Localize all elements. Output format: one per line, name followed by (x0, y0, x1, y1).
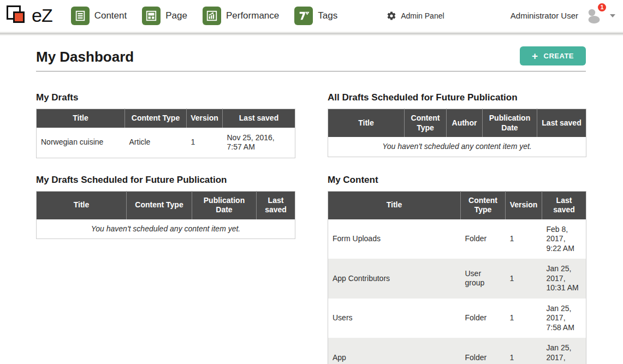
nav-label-page: Page (165, 10, 187, 21)
cell-version: 1 (506, 219, 542, 259)
nav-item-content[interactable]: Content (71, 7, 127, 25)
column-header-publication-date: Publication Date (192, 191, 257, 219)
page-header: My Dashboard + CREATE (36, 49, 586, 71)
ez-logo-icon (5, 4, 29, 27)
section-my-content: My Content Title Content Type Version La… (328, 175, 586, 364)
column-header-last-saved: Last saved (542, 191, 586, 219)
section-all-drafts-scheduled: All Drafts Scheduled for Future Publicat… (328, 92, 586, 157)
tags-icon (294, 7, 313, 25)
cell-last-saved: Jan 25, 2017, 7:58 AM (542, 299, 586, 338)
column-header-last-saved: Last saved (223, 109, 295, 128)
ez-logo[interactable]: eZ (5, 4, 52, 27)
section-title-my-drafts: My Drafts (36, 92, 295, 103)
avatar[interactable]: 1 (584, 7, 603, 25)
table-row[interactable]: Users Folder 1 Jan 25, 2017, 7:58 AM (328, 299, 586, 338)
column-header-title: Title (37, 191, 127, 219)
nav-item-performance[interactable]: Performance (203, 7, 279, 25)
cell-last-saved: Jan 25, 2017, 7:55 AM (542, 338, 586, 364)
column-header-title: Title (328, 191, 461, 219)
user-name: Administrator User (511, 11, 578, 20)
cell-title: App Contributors (328, 259, 461, 299)
dashboard-grid: My Drafts Title Content Type Version Las… (36, 92, 586, 364)
column-header-content-type: Content Type (127, 191, 192, 219)
page-title: My Dashboard (36, 49, 134, 65)
nav-item-page[interactable]: Page (142, 7, 187, 25)
chevron-down-icon[interactable] (610, 14, 615, 17)
table-row[interactable]: Form Uploads Folder 1 Feb 8, 2017, 9:22 … (328, 219, 586, 259)
empty-state-message: You haven't scheduled any content item y… (37, 219, 295, 239)
table-row[interactable]: App Contributors User group 1 Jan 25, 20… (328, 259, 586, 299)
plus-icon: + (532, 52, 538, 59)
column-header-content-type: Content Type (125, 109, 187, 128)
user-menu[interactable]: Administrator User 1 (511, 7, 615, 25)
table-header-row: Title Content Type Version Last saved (37, 109, 295, 128)
page-layout-icon (142, 7, 161, 25)
column-header-title: Title (328, 109, 405, 138)
section-title-my-content: My Content (328, 175, 586, 186)
cell-content-type: Folder (461, 338, 506, 364)
cell-title: Users (328, 299, 461, 338)
admin-panel-label: Admin Panel (401, 11, 444, 20)
table-header-row: Title Content Type Author Publication Da… (328, 109, 586, 138)
cell-last-saved: Jan 25, 2017, 10:31 AM (542, 259, 586, 299)
my-drafts-scheduled-table: Title Content Type Publication Date Last… (36, 191, 295, 240)
cell-version: 1 (506, 338, 542, 364)
column-header-content-type: Content Type (461, 191, 506, 219)
content-list-icon (71, 7, 90, 25)
cell-content-type: Folder (461, 219, 506, 259)
header-divider (0, 31, 623, 37)
cell-last-saved: Nov 25, 2016, 7:57 AM (223, 128, 295, 158)
cell-title: Norwegian cuisine (37, 128, 125, 158)
section-my-drafts-scheduled: My Drafts Scheduled for Future Publicati… (36, 175, 295, 240)
top-navigation-bar: eZ Content Page Performance Tags (0, 0, 623, 31)
main-nav: Content Page Performance Tags (71, 7, 338, 25)
section-title-all-drafts-scheduled: All Drafts Scheduled for Future Publicat… (328, 92, 586, 103)
cell-version: 1 (506, 259, 542, 299)
empty-state-row: You haven't scheduled any content item y… (328, 137, 586, 157)
admin-panel-button[interactable]: Admin Panel (387, 11, 444, 21)
dashboard-page: My Dashboard + CREATE My Drafts Title Co… (0, 37, 623, 364)
cell-title: Form Uploads (328, 219, 461, 259)
nav-label-tags: Tags (318, 10, 337, 21)
column-header-author: Author (447, 109, 483, 138)
column-header-last-saved: Last saved (537, 109, 586, 138)
notification-badge[interactable]: 1 (597, 2, 607, 13)
column-header-version: Version (187, 109, 223, 128)
cell-version: 1 (506, 299, 542, 338)
performance-chart-icon (203, 7, 221, 25)
column-header-version: Version (506, 191, 542, 219)
cell-content-type: Folder (461, 299, 506, 338)
create-button-label: CREATE (544, 52, 574, 60)
empty-state-row: You haven't scheduled any content item y… (37, 219, 295, 239)
nav-label-performance: Performance (226, 10, 279, 21)
table-row[interactable]: App Folder 1 Jan 25, 2017, 7:55 AM (328, 338, 586, 364)
cell-version: 1 (187, 128, 223, 158)
table-header-row: Title Content Type Publication Date Last… (37, 191, 295, 219)
cell-last-saved: Feb 8, 2017, 9:22 AM (542, 219, 586, 259)
ez-logo-text: eZ (32, 5, 52, 26)
column-header-last-saved: Last saved (257, 191, 295, 219)
nav-item-tags[interactable]: Tags (294, 7, 337, 25)
create-button[interactable]: + CREATE (520, 46, 586, 65)
section-title-my-drafts-scheduled: My Drafts Scheduled for Future Publicati… (36, 175, 295, 186)
my-content-table: Title Content Type Version Last saved Fo… (328, 191, 586, 364)
cell-content-type: User group (461, 259, 506, 299)
column-header-publication-date: Publication Date (483, 109, 537, 138)
column-header-title: Title (37, 109, 125, 128)
table-row[interactable]: Norwegian cuisine Article 1 Nov 25, 2016… (37, 128, 295, 158)
my-drafts-table: Title Content Type Version Last saved No… (36, 109, 295, 158)
all-drafts-scheduled-table: Title Content Type Author Publication Da… (328, 109, 586, 157)
table-header-row: Title Content Type Version Last saved (328, 191, 586, 219)
section-my-drafts: My Drafts Title Content Type Version Las… (36, 92, 295, 158)
column-header-content-type: Content Type (405, 109, 447, 138)
nav-label-content: Content (94, 10, 127, 21)
empty-state-message: You haven't scheduled any content item y… (328, 137, 586, 157)
cell-title: App (328, 338, 461, 364)
cell-content-type: Article (125, 128, 187, 158)
gear-icon (387, 11, 396, 21)
